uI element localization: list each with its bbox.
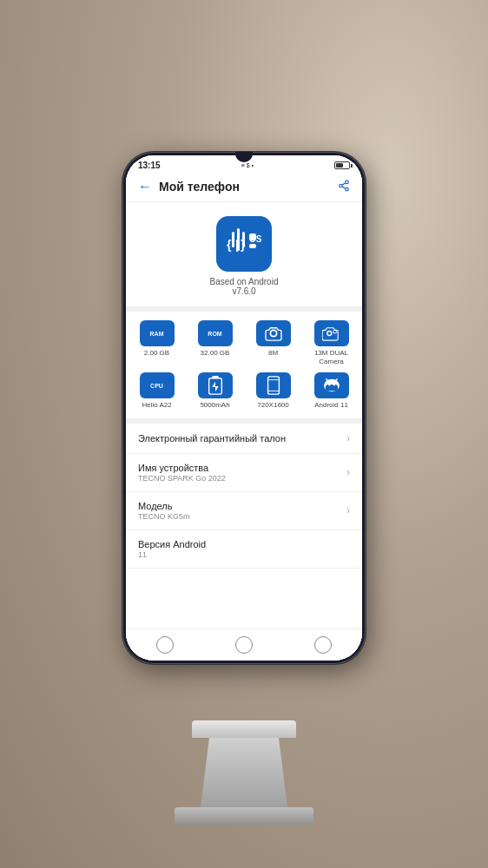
front-cam-icon [256, 320, 291, 346]
svg-rect-11 [242, 232, 245, 247]
rom-icon: ROM [198, 320, 233, 346]
ram-label: 2.00 GB [144, 349, 169, 358]
svg-line-4 [342, 182, 346, 184]
android-version-content: Версия Android 11 [138, 539, 206, 559]
battery-label: 5000mAh [200, 401, 229, 410]
cpu-icon: CPU [140, 372, 175, 398]
model-title: Модель [138, 501, 190, 511]
signal-icon: $ [247, 162, 250, 168]
svg-point-15 [271, 331, 275, 335]
os-logo: { | } OS [216, 216, 272, 272]
spec-cpu: CPU Helio A22 [131, 372, 182, 410]
model-content: Модель TECNO KG5m [138, 501, 190, 521]
menu-item-android-version[interactable]: Версия Android 11 [126, 530, 362, 569]
svg-point-2 [346, 187, 349, 191]
menu-item-warranty[interactable]: Электронный гарантийный талон › [126, 424, 362, 454]
front-cam-label: 8M [268, 349, 278, 358]
os-version: v7.6.0 [232, 286, 255, 296]
device-name-content: Имя устройства TECNO SPARK Go 2022 [138, 463, 226, 483]
rom-label: 32.00 GB [201, 349, 230, 358]
battery-spec-icon [198, 372, 233, 398]
svg-text:{: { [227, 238, 232, 252]
stand-middle [201, 738, 287, 807]
svg-point-0 [346, 181, 349, 184]
svg-rect-27 [325, 385, 337, 391]
menu-item-device-name[interactable]: Имя устройства TECNO SPARK Go 2022 › [126, 454, 362, 492]
phone-device: 13:15 ≡ $ • ← Мой телеф [122, 152, 366, 664]
svg-point-29 [333, 384, 335, 386]
warranty-content: Электронный гарантийный талон [138, 433, 286, 444]
spec-front-cam: 8M [247, 320, 299, 365]
svg-rect-9 [232, 232, 234, 247]
header-left: ← Мой телефон [138, 179, 240, 194]
phone-stand [166, 720, 322, 859]
os-section: { | } OS Based on Android [126, 202, 362, 312]
device-name-arrow: › [346, 466, 350, 478]
svg-point-28 [327, 384, 330, 386]
sim-icon: ≡ [241, 162, 245, 168]
stand-top [192, 720, 296, 738]
share-icon[interactable] [338, 180, 350, 194]
svg-rect-10 [237, 228, 240, 251]
status-right-icons [334, 161, 350, 169]
svg-rect-23 [267, 377, 279, 394]
svg-point-19 [333, 331, 336, 333]
battery-fill [336, 163, 343, 168]
resolution-icon [256, 372, 291, 398]
status-mid-icons: ≡ $ • [241, 162, 254, 168]
svg-rect-12 [249, 233, 256, 240]
ram-icon: RAM [140, 320, 175, 346]
device-name-title: Имя устройства [138, 463, 226, 473]
back-nav-button[interactable] [156, 636, 174, 654]
android-version-subtitle: 11 [138, 550, 206, 559]
model-subtitle: TECNO KG5m [138, 512, 190, 521]
spec-resolution: 720X1600 [247, 372, 299, 410]
stand-base [175, 807, 313, 825]
menu-section: Электронный гарантийный талон › Имя устр… [126, 424, 362, 628]
svg-rect-13 [249, 244, 256, 248]
warranty-title: Электронный гарантийный талон [138, 433, 286, 444]
phone-screen: 13:15 ≡ $ • ← Мой телеф [126, 155, 362, 661]
rear-cam-label: 13M DUAL Camera [306, 349, 357, 365]
spec-android: Android 11 [306, 372, 357, 410]
svg-line-30 [326, 379, 327, 381]
os-name: Based on Android [210, 277, 279, 286]
warranty-arrow: › [346, 432, 350, 444]
svg-line-31 [335, 379, 337, 381]
model-arrow: › [346, 504, 350, 516]
menu-item-model[interactable]: Модель TECNO KG5m › [126, 492, 362, 530]
resolution-label: 720X1600 [257, 401, 288, 410]
status-time: 13:15 [138, 161, 161, 170]
dot-icon: • [252, 162, 254, 168]
page-title: Мой телефон [159, 180, 240, 194]
svg-line-3 [342, 186, 346, 187]
app-content: ← Мой телефон { [126, 172, 362, 661]
battery-icon [334, 161, 350, 169]
spec-rear-cam: 13M DUAL Camera [306, 320, 357, 365]
recent-nav-button[interactable] [314, 636, 332, 654]
app-header: ← Мой телефон [126, 172, 362, 202]
back-button[interactable]: ← [138, 179, 152, 194]
svg-point-1 [340, 184, 343, 187]
svg-point-17 [327, 332, 331, 335]
svg-marker-22 [212, 382, 218, 392]
android-version-title: Версия Android [138, 539, 206, 549]
phone-wrapper: 13:15 ≡ $ • ← Мой телеф [122, 152, 366, 664]
specs-grid: RAM 2.00 GB ROM 32.00 GB [126, 312, 362, 424]
spec-ram: RAM 2.00 GB [131, 320, 182, 365]
rear-cam-icon [314, 320, 349, 346]
spec-rom: ROM 32.00 GB [189, 320, 241, 365]
android-label: Android 11 [314, 401, 348, 410]
spec-battery: 5000mAh [189, 372, 241, 410]
android-icon [314, 372, 349, 398]
bottom-nav [126, 628, 362, 661]
device-name-subtitle: TECNO SPARK Go 2022 [138, 474, 226, 483]
home-nav-button[interactable] [235, 636, 253, 654]
cpu-label: Helio A22 [142, 401, 171, 410]
